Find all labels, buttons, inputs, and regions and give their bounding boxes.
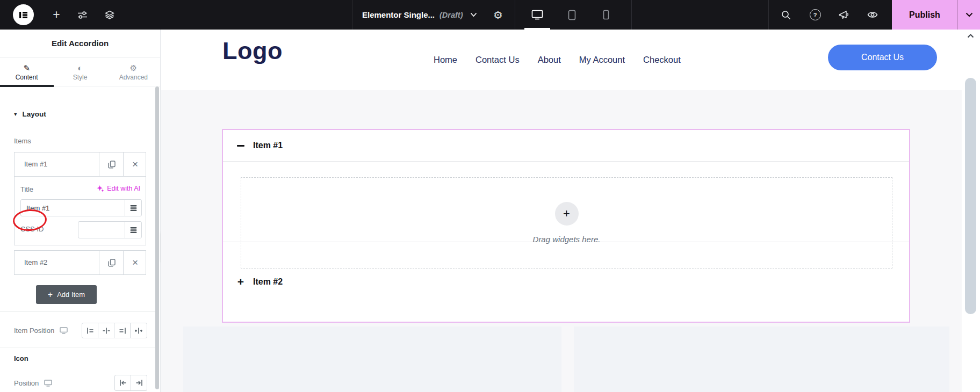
structure-button[interactable] [102,0,118,30]
section-layout-toggle[interactable]: ▾ Layout [14,110,46,118]
topbar-divider [515,0,515,30]
css-id-control-label: CSS ID [20,225,44,233]
responsive-desktop-icon[interactable] [60,327,68,334]
align-center-icon [103,327,110,335]
footer-column-block [183,326,561,392]
panel-divider [0,311,157,312]
items-control-label: Items [14,137,31,145]
mobile-icon [603,10,609,20]
repeater-row-label: Item #1 [24,153,47,176]
dynamic-tags-icon [130,205,137,212]
add-element-button[interactable]: + [48,0,64,30]
site-logo[interactable]: Logo [222,37,283,65]
panel-tabs: ✎ Content ◐ Style ⚙ Advanced [0,58,160,87]
eye-icon [867,11,878,19]
dynamic-tags-button[interactable] [125,200,141,216]
device-mobile-button[interactable] [593,0,619,30]
plus-icon: + [563,207,570,221]
footer-column-block [574,326,949,392]
tab-content[interactable]: ✎ Content [0,58,53,86]
edit-with-ai-button[interactable]: Edit with AI [97,185,140,192]
nav-item-checkout[interactable]: Checkout [643,55,681,65]
repeater-row-item2[interactable]: Item #2 × [14,250,146,275]
help-button[interactable]: ? [807,0,823,30]
search-icon [781,10,791,20]
elementor-logo-icon [19,11,28,19]
title-input[interactable] [21,200,125,216]
chevron-up-icon [967,34,974,38]
dynamic-tags-button[interactable] [125,222,141,238]
accordion-widget[interactable]: Item #1 + Drag widgets here. + Item #2 [222,129,910,323]
accordion-item1-content: + Drag widgets here. [223,161,909,242]
contrast-icon: ◐ [77,64,82,72]
icon-position-button-group [114,375,147,391]
align-right-button[interactable] [114,323,130,338]
site-navigation: Home Contact Us About My Account Checkou… [434,30,681,90]
align-right-icon [119,327,126,335]
repeater-row-label: Item #2 [24,251,47,274]
widget-dropzone[interactable]: + Drag widgets here. [241,177,892,268]
responsive-desktop-icon[interactable] [44,380,52,387]
duplicate-item-button[interactable] [99,251,124,274]
minus-icon [237,145,244,147]
tablet-icon [568,10,576,20]
nav-item-home[interactable]: Home [434,55,457,65]
finder-search-button[interactable] [778,0,794,30]
css-id-input-wrap [78,221,142,238]
add-item-button[interactable]: + Add Item [36,285,97,304]
page-scrollbar-thumb[interactable] [965,78,976,314]
align-left-button[interactable] [82,323,98,338]
icon-position-right-icon [135,379,143,387]
item-position-label: Item Position [14,326,54,335]
publish-button-group: Publish [892,0,980,30]
panel-scrollbar[interactable] [155,86,159,389]
close-icon: × [132,158,138,170]
elementor-menu-button[interactable] [13,4,34,25]
icon-position-left-button[interactable] [115,375,131,390]
align-center-button[interactable] [98,323,114,338]
document-settings-button[interactable]: ⚙ [490,0,506,30]
tab-style[interactable]: ◐ Style [53,58,106,86]
header-contact-us-button[interactable]: Contact Us [828,45,937,70]
nav-item-about[interactable]: About [538,55,561,65]
preview-button[interactable] [864,0,881,30]
whats-new-button[interactable] [836,0,852,30]
remove-item-button[interactable]: × [123,153,147,176]
add-widget-button[interactable]: + [555,202,579,226]
repeater-row-item1[interactable]: Item #1 × [14,152,146,177]
accordion-item1-header[interactable]: Item #1 [223,130,909,161]
plus-icon: + [53,8,60,22]
document-title: Elementor Single... [362,10,435,19]
plus-icon: + [48,291,53,299]
section-layout-title: Layout [23,110,46,118]
icon-section-title: Icon [14,354,28,362]
item-position-control-label-row: Item Position [14,323,68,338]
device-tablet-button[interactable] [559,0,585,30]
site-settings-button[interactable] [74,0,90,30]
nav-item-contact-us[interactable]: Contact Us [475,55,520,65]
page-scrollbar-track [962,30,980,392]
panel-divider [0,347,157,347]
layers-icon [105,10,114,19]
icon-position-label: Position [14,379,39,387]
remove-item-button[interactable]: × [123,251,147,274]
icon-position-left-icon [119,379,127,387]
site-header-section: Logo Home Contact Us About My Account Ch… [161,30,980,90]
tab-advanced[interactable]: ⚙ Advanced [107,58,160,86]
nav-item-my-account[interactable]: My Account [579,55,625,65]
align-left-icon [87,327,94,335]
scroll-up-button[interactable] [967,34,974,38]
icon-position-right-button[interactable] [131,375,147,390]
topbar-divider [631,0,632,30]
document-switcher[interactable]: Elementor Single... (Draft) [362,0,477,30]
css-id-input[interactable] [78,222,125,238]
publish-options-button[interactable] [957,0,980,30]
desktop-icon [531,10,543,20]
gear-icon: ⚙ [493,9,503,21]
ai-sparkle-icon [97,185,104,192]
repeater-item-editor: Title Edit with AI CSS ID [14,177,146,245]
align-stretch-button[interactable] [130,323,147,338]
device-desktop-button[interactable] [524,0,550,30]
duplicate-item-button[interactable] [99,153,124,176]
publish-button[interactable]: Publish [892,0,957,30]
